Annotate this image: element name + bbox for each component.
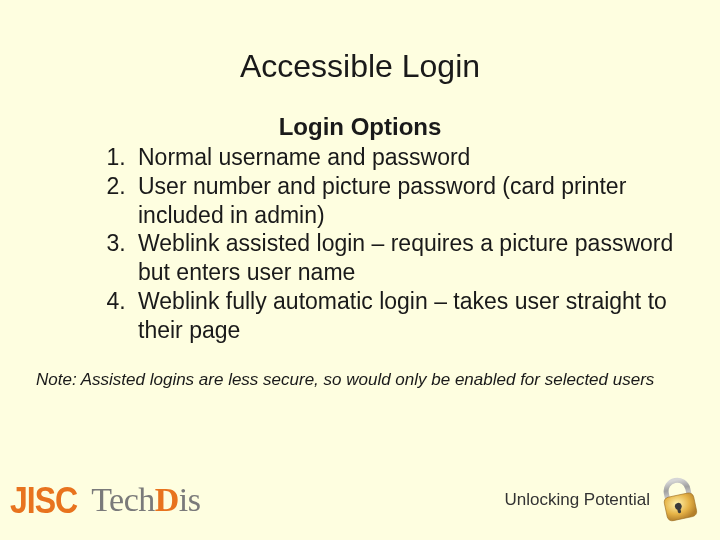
techdis-tech: Tech [91, 481, 155, 518]
techdis-is: is [179, 481, 201, 518]
jisc-logo: JISC [10, 479, 77, 522]
techdis-logo: TechDis [91, 481, 200, 519]
slide-title: Accessible Login [42, 48, 678, 85]
lock-icon [658, 477, 700, 523]
note-text: Note: Assisted logins are less secure, s… [36, 370, 678, 390]
footer: JISC TechDis Unlocking Potential [10, 470, 700, 530]
list-item: User number and picture password (card p… [132, 172, 678, 230]
techdis-d: D [155, 481, 179, 518]
tagline-block: Unlocking Potential [504, 477, 700, 523]
logo-block: JISC TechDis [10, 481, 200, 519]
list-item: Weblink assisted login – requires a pict… [132, 229, 678, 287]
list-item: Normal username and password [132, 143, 678, 172]
slide-subtitle: Login Options [42, 113, 678, 141]
list-item: Weblink fully automatic login – takes us… [132, 287, 678, 345]
tagline-text: Unlocking Potential [504, 490, 650, 510]
login-options-list: Normal username and password User number… [42, 143, 678, 344]
